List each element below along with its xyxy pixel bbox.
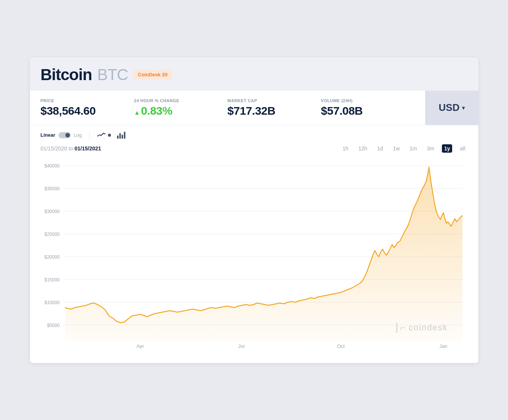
toggle-knob	[65, 133, 70, 137]
volume-stat: VOLUME (24H) $57.08B	[321, 98, 415, 117]
time-btn-1y[interactable]: 1y	[442, 144, 453, 153]
time-btn-1m[interactable]: 1m	[407, 144, 419, 153]
coin-header: Bitcoin BTC CoinDesk 20	[30, 57, 478, 91]
time-btn-1w[interactable]: 1w	[391, 144, 402, 153]
time-buttons: 1h 12h 1d 1w 1m 3m 1y all	[340, 144, 468, 153]
date-to-label: to	[68, 145, 73, 152]
time-btn-12h[interactable]: 12h	[356, 144, 369, 153]
time-btn-3m[interactable]: 3m	[424, 144, 436, 153]
stats-inner: PRICE $38,564.60 24 HOUR % CHANGE ▲0.83%…	[30, 91, 425, 125]
line-chart-icon	[97, 133, 106, 138]
line-type-dot	[108, 134, 111, 137]
chart-container: $40000 $35000 $30000 $25000 $20000 $1500…	[30, 154, 478, 363]
bar3	[122, 135, 123, 139]
bar1	[117, 136, 119, 139]
svg-text:Apr: Apr	[136, 343, 144, 349]
bar4	[124, 132, 125, 139]
time-btn-1d[interactable]: 1d	[375, 144, 386, 153]
bar2	[119, 133, 121, 139]
time-btn-all[interactable]: all	[457, 144, 467, 153]
price-value: $38,564.60	[41, 104, 134, 117]
svg-text:Oct: Oct	[337, 343, 345, 349]
bar-chart-btn[interactable]	[117, 132, 125, 139]
date-range: 01/15/2020 to 01/15/2021	[41, 145, 101, 152]
line-chart-btn[interactable]	[97, 133, 111, 138]
marketcap-value: $717.32B	[228, 104, 321, 117]
change-stat: 24 HOUR % CHANGE ▲0.83%	[134, 98, 228, 117]
date-to: 01/15/2021	[74, 145, 101, 152]
currency-value: USD	[439, 102, 460, 114]
svg-text:$5000: $5000	[47, 323, 60, 328]
volume-value: $57.08B	[321, 104, 415, 117]
main-card: Bitcoin BTC CoinDesk 20 PRICE $38,564.60…	[30, 57, 478, 363]
date-range-row: 01/15/2020 to 01/15/2021 1h 12h 1d 1w 1m…	[30, 142, 478, 154]
time-btn-1h[interactable]: 1h	[340, 144, 351, 153]
scale-toggle[interactable]	[59, 132, 71, 138]
svg-text:$35000: $35000	[44, 186, 59, 191]
marketcap-stat: MARKET CAP $717.32B	[228, 98, 321, 117]
up-arrow-icon: ▲	[134, 109, 140, 116]
coin-name: Bitcoin	[41, 66, 92, 84]
log-label: Log	[74, 132, 82, 138]
svg-text:Jul: Jul	[238, 343, 244, 349]
chevron-down-icon: ▾	[462, 105, 465, 111]
currency-selector[interactable]: USD ▾	[425, 91, 478, 125]
change-value: ▲0.83%	[134, 104, 228, 117]
date-from: 01/15/2020	[41, 145, 67, 152]
change-label: 24 HOUR % CHANGE	[134, 98, 228, 103]
price-label: PRICE	[41, 98, 134, 103]
price-chart: $40000 $35000 $30000 $25000 $20000 $1500…	[41, 158, 468, 355]
svg-text:$40000: $40000	[44, 163, 59, 169]
svg-text:$15000: $15000	[44, 277, 59, 283]
marketcap-label: MARKET CAP	[228, 98, 321, 103]
chart-controls: Linear Log	[30, 125, 478, 142]
scale-toggle-group: Linear Log	[41, 132, 82, 138]
stats-row: PRICE $38,564.60 24 HOUR % CHANGE ▲0.83%…	[30, 91, 478, 125]
svg-text:$25000: $25000	[44, 232, 59, 237]
coin-ticker: BTC	[97, 66, 128, 84]
volume-label: VOLUME (24H)	[321, 98, 415, 103]
svg-text:Jan: Jan	[439, 343, 447, 349]
svg-text:$20000: $20000	[44, 254, 59, 260]
coindesk20-badge: CoinDesk 20	[133, 70, 172, 79]
svg-text:$10000: $10000	[44, 300, 59, 305]
divider	[89, 131, 90, 139]
price-stat: PRICE $38,564.60	[41, 98, 134, 117]
svg-text:$30000: $30000	[44, 209, 59, 214]
linear-label: Linear	[41, 132, 55, 138]
